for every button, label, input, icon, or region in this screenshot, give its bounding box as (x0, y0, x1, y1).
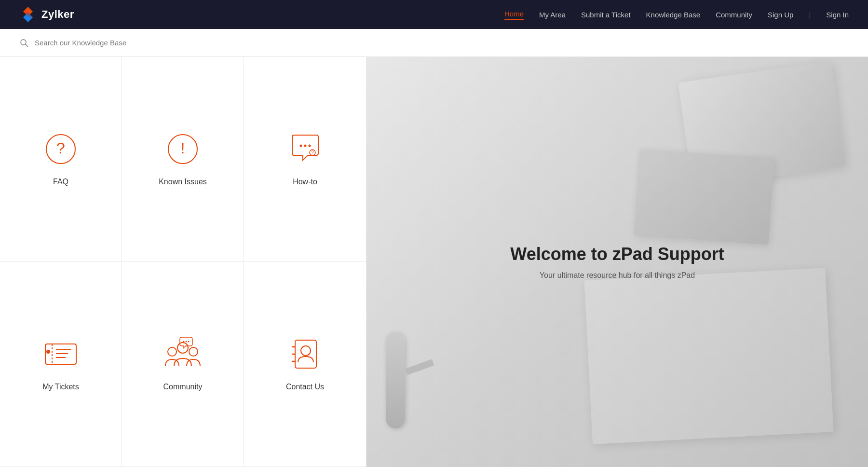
nav-community[interactable]: Community (716, 11, 752, 19)
nav-sign-in[interactable]: Sign In (826, 11, 849, 19)
how-to-label: How-to (293, 178, 317, 186)
my-tickets-label: My Tickets (42, 383, 79, 391)
nav-divider: | (809, 11, 811, 19)
nav-my-area[interactable]: My Area (539, 11, 566, 19)
hero-title: Welcome to zPad Support (510, 244, 724, 264)
svg-point-20 (189, 347, 198, 356)
nav-knowledge-base[interactable]: Knowledge Base (646, 11, 701, 19)
contact-us-label: Contact Us (286, 383, 324, 391)
category-grid: ? FAQ ! Known Issues ? How-to (0, 57, 366, 467)
svg-point-10 (304, 145, 306, 147)
svg-point-23 (186, 341, 187, 343)
search-icon (19, 38, 29, 48)
faq-label: FAQ (53, 178, 68, 186)
logo[interactable]: Zylker (19, 6, 74, 23)
hero-device-phone (386, 332, 405, 428)
community-label: Community (163, 383, 203, 391)
hero-text-block: Welcome to zPad Support Your ultimate re… (510, 244, 724, 280)
logo-icon (19, 6, 37, 23)
svg-point-26 (301, 346, 311, 356)
known-issues-icon: ! (166, 132, 200, 166)
hero-subtitle: Your ultimate resource hub for all thing… (510, 271, 724, 280)
how-to-icon: ? (288, 132, 322, 166)
search-bar (0, 29, 868, 57)
svg-point-18 (46, 350, 50, 354)
my-tickets-cell[interactable]: My Tickets (0, 262, 122, 467)
hero-device-notebook (584, 268, 833, 444)
svg-point-24 (188, 341, 190, 343)
how-to-cell[interactable]: ? How-to (244, 57, 366, 262)
hero-section: Welcome to zPad Support Your ultimate re… (366, 57, 868, 467)
svg-rect-25 (295, 340, 316, 368)
faq-cell[interactable]: ? FAQ (0, 57, 122, 262)
svg-text:!: ! (181, 139, 185, 157)
nav-sign-up[interactable]: Sign Up (768, 11, 793, 19)
main-content: ? FAQ ! Known Issues ? How-to (0, 57, 868, 467)
search-input[interactable] (35, 39, 228, 47)
known-issues-label: Known Issues (159, 178, 207, 186)
nav-links: Home My Area Submit a Ticket Knowledge B… (504, 10, 849, 20)
contact-us-icon (288, 337, 322, 371)
faq-icon: ? (44, 132, 78, 166)
community-cell[interactable]: Community (122, 262, 244, 467)
svg-line-4 (26, 44, 28, 47)
navbar: Zylker Home My Area Submit a Ticket Know… (0, 0, 868, 29)
svg-point-9 (299, 145, 302, 147)
nav-home[interactable]: Home (504, 10, 524, 20)
known-issues-cell[interactable]: ! Known Issues (122, 57, 244, 262)
my-tickets-icon (41, 337, 80, 371)
svg-point-19 (168, 347, 176, 356)
svg-point-11 (308, 145, 311, 147)
svg-point-21 (177, 343, 188, 353)
contact-us-cell[interactable]: Contact Us (244, 262, 366, 467)
nav-submit-ticket[interactable]: Submit a Ticket (581, 11, 631, 19)
community-icon (163, 337, 202, 371)
svg-text:?: ? (56, 139, 65, 157)
svg-text:?: ? (311, 150, 314, 155)
hero-device-extra (634, 149, 774, 245)
logo-text: Zylker (41, 8, 74, 21)
svg-point-22 (183, 341, 185, 343)
